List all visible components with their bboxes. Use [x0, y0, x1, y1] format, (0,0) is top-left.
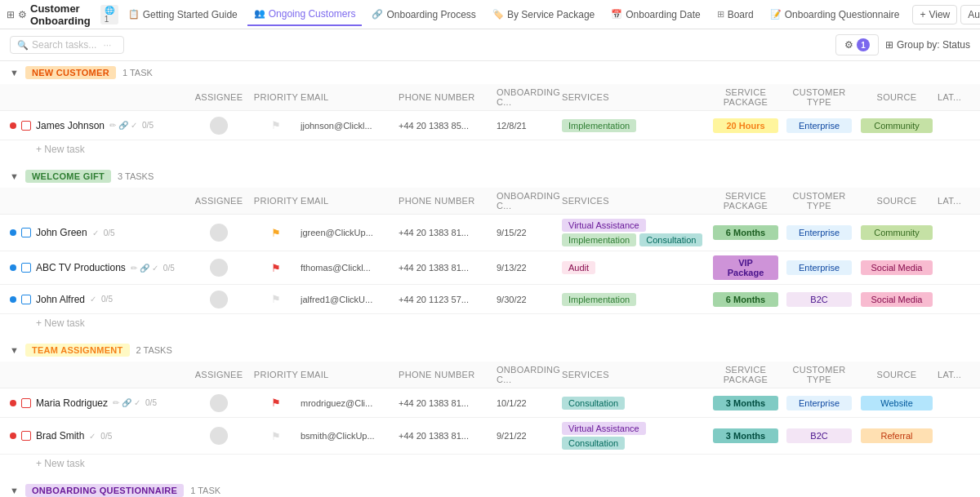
col-header-source: SOURCE	[856, 92, 938, 102]
col-header-phone: PHONE NUMBER	[399, 92, 497, 102]
task-checkbox[interactable]	[21, 263, 31, 273]
priority-flag-empty: ⚑	[271, 430, 281, 442]
task-checkbox[interactable]	[21, 398, 31, 408]
task-label: Maria Rodriguez	[36, 397, 108, 409]
tab-icon-getting-started: 📋	[128, 9, 140, 20]
check-icon[interactable]: ✓	[90, 295, 96, 304]
check-icon[interactable]: ✓	[89, 432, 96, 441]
section-toggle-onboarding-questionnaire[interactable]: ▼	[10, 486, 19, 495]
task-priority[interactable]: ⚑	[252, 227, 301, 239]
new-task-button-team-assignment[interactable]: + New task	[0, 455, 980, 473]
task-source: Referral	[856, 428, 938, 443]
service-badge: Implementation	[562, 119, 636, 132]
tab-board[interactable]: ⊞ Board	[710, 3, 760, 26]
settings-icon[interactable]: ⚙	[18, 7, 27, 23]
task-services: Virtual AssistanceConsultation	[562, 422, 709, 450]
edit-icon[interactable]: ✏	[109, 121, 116, 130]
cust-type-badge: Enterprise	[786, 396, 852, 410]
task-icons: ✓	[92, 229, 99, 237]
task-name-team-assignment-1[interactable]: Brad Smith ✓ 0/5	[10, 430, 186, 442]
edit-icon[interactable]: ✏	[131, 264, 137, 273]
main-content: ▼ NEW CUSTOMER 1 TASK ASSIGNEE PRIORITY …	[0, 61, 980, 497]
task-checkbox[interactable]	[21, 228, 31, 237]
check-icon[interactable]: ✓	[92, 229, 99, 237]
task-assignee[interactable]	[186, 427, 252, 445]
task-name-welcome-gift-2[interactable]: John Alfred ✓ 0/5	[10, 294, 186, 305]
task-source: Community	[856, 118, 938, 133]
task-subtask-count: 0/5	[145, 398, 157, 407]
task-name-team-assignment-0[interactable]: Maria Rodriguez ✏🔗✓ 0/5	[10, 397, 186, 409]
section-label-team-assignment: TEAM ASSIGNMENT	[25, 344, 130, 357]
task-priority[interactable]: ⚑	[252, 119, 301, 131]
task-source: Social Media	[856, 292, 938, 307]
task-service-pkg: 3 Months	[709, 396, 782, 410]
task-name-new-customer-0[interactable]: James Johnson ✏🔗✓ 0/5	[10, 120, 186, 131]
section-toggle-team-assignment[interactable]: ▼	[10, 345, 19, 355]
search-box[interactable]: 🔍 Search tasks... ···	[10, 36, 124, 54]
task-priority[interactable]: ⚑	[252, 262, 301, 274]
tab-by-service-package[interactable]: 🏷️ By Service Package	[486, 3, 601, 26]
task-assignee[interactable]	[186, 224, 252, 242]
more-options-button[interactable]: Au...	[960, 5, 980, 24]
task-checkbox[interactable]	[21, 121, 31, 131]
plus-icon: +	[920, 9, 925, 20]
source-badge: Community	[861, 118, 933, 133]
task-email: jjohnson@Clickl...	[301, 121, 399, 131]
service-badge: Virtual Assistance	[562, 219, 646, 232]
col-header-source: SOURCE	[856, 370, 938, 379]
link-icon[interactable]: 🔗	[122, 398, 131, 407]
group-by-button[interactable]: ⊞ Group by: Status	[885, 39, 970, 51]
task-assignee[interactable]	[186, 291, 252, 308]
task-priority[interactable]: ⚑	[252, 397, 301, 409]
edit-icon[interactable]: ✏	[113, 398, 119, 407]
cust-type-badge: B2C	[786, 428, 852, 443]
new-task-button-welcome-gift[interactable]: + New task	[0, 314, 980, 332]
section-count-welcome-gift: 3 TASKS	[118, 171, 154, 181]
task-cust-type: Enterprise	[782, 260, 856, 275]
section-toggle-new-customer[interactable]: ▼	[10, 68, 19, 78]
task-icons: ✏🔗✓	[131, 264, 158, 273]
check-icon[interactable]: ✓	[134, 398, 140, 407]
add-view-button[interactable]: + View	[912, 5, 957, 24]
section-header-new-customer: ▼ NEW CUSTOMER 1 TASK	[0, 61, 980, 84]
tab-getting-started[interactable]: 📋 Getting Started Guide	[122, 3, 244, 26]
section-onboarding-questionnaire: ▼ ONBOARDING QUESTIONNAIRE 1 TASK ASSIGN…	[0, 479, 980, 497]
task-checkbox[interactable]	[21, 431, 31, 441]
tab-onboarding-date[interactable]: 📅 Onboarding Date	[604, 3, 706, 26]
task-row: John Green ✓ 0/5 ⚑ jgreen@ClickUp... +44…	[0, 215, 980, 251]
section-label-onboarding-questionnaire: ONBOARDING QUESTIONNAIRE	[25, 484, 184, 497]
task-onboarding-date: 12/8/21	[497, 121, 562, 131]
task-cust-type: B2C	[782, 428, 856, 443]
link-icon[interactable]: 🔗	[140, 264, 149, 273]
tab-ongoing-customers[interactable]: 👥 Ongoing Customers	[247, 3, 363, 26]
task-name-welcome-gift-1[interactable]: ABC TV Productions ✏🔗✓ 0/5	[10, 262, 186, 273]
task-assignee[interactable]	[186, 394, 252, 412]
cust-type-badge: Enterprise	[786, 118, 852, 133]
col-header-lat: LAT...	[938, 92, 970, 102]
notification-badge[interactable]: 🌐 1	[100, 5, 118, 24]
task-assignee[interactable]	[186, 259, 252, 277]
new-task-button-new-customer[interactable]: + New task	[0, 140, 980, 158]
task-assignee[interactable]	[186, 117, 252, 135]
section-new-customer: ▼ NEW CUSTOMER 1 TASK ASSIGNEE PRIORITY …	[0, 61, 980, 158]
source-badge: Website	[861, 396, 933, 410]
task-name-welcome-gift-0[interactable]: John Green ✓ 0/5	[10, 227, 186, 238]
section-toggle-welcome-gift[interactable]: ▼	[10, 171, 19, 181]
task-icons: ✏🔗✓	[113, 398, 140, 407]
tab-onboarding-questionnaire[interactable]: 📝 Onboarding Questionnaire	[764, 3, 906, 26]
grid-icon[interactable]: ⊞	[7, 7, 15, 23]
filter-button[interactable]: ⚙ 1	[835, 34, 879, 55]
task-priority[interactable]: ⚑	[252, 293, 301, 305]
tab-onboarding-process[interactable]: 🔗 Onboarding Process	[365, 3, 482, 26]
section-welcome-gift: ▼ WELCOME GIFT 3 TASKS ASSIGNEE PRIORITY…	[0, 165, 980, 332]
source-badge: Social Media	[861, 292, 933, 307]
task-label: James Johnson	[36, 120, 105, 131]
task-checkbox[interactable]	[21, 295, 31, 304]
task-subtask-count: 0/5	[100, 432, 112, 441]
check-icon[interactable]: ✓	[152, 264, 158, 273]
link-icon[interactable]: 🔗	[118, 121, 128, 130]
task-priority[interactable]: ⚑	[252, 430, 301, 442]
check-icon[interactable]: ✓	[131, 121, 137, 130]
service-pkg-badge: 20 Hours	[713, 118, 778, 133]
task-subtask-count: 0/5	[104, 229, 115, 237]
